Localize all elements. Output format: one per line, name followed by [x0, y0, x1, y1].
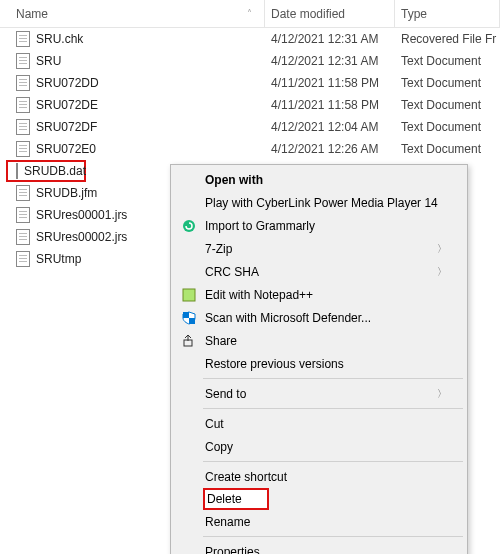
menu-separator — [203, 408, 463, 409]
menu-label: CRC SHA — [205, 265, 259, 279]
file-name: SRUtmp — [36, 252, 81, 266]
menu-separator — [203, 461, 463, 462]
menu-7zip[interactable]: 7-Zip〉 — [173, 237, 465, 260]
file-icon — [16, 31, 30, 47]
column-header-type-label: Type — [401, 7, 427, 21]
column-header-name-label: Name — [16, 7, 48, 21]
menu-notepadpp[interactable]: Edit with Notepad++ — [173, 283, 465, 306]
menu-label: Create shortcut — [205, 470, 287, 484]
svg-rect-2 — [183, 312, 189, 318]
file-row[interactable]: SRU.chk 4/12/2021 12:31 AM Recovered Fil… — [0, 28, 500, 50]
file-row[interactable]: SRU 4/12/2021 12:31 AM Text Document — [0, 50, 500, 72]
file-name: SRU072DD — [36, 76, 99, 90]
file-icon — [16, 163, 18, 179]
menu-label: Restore previous versions — [205, 357, 344, 371]
file-icon — [16, 207, 30, 223]
column-header-row: Name ˄ Date modified Type — [0, 0, 500, 28]
menu-shortcut[interactable]: Create shortcut — [173, 465, 465, 488]
menu-label: Rename — [205, 515, 250, 529]
share-icon — [181, 333, 197, 349]
file-name: SRUDB.dat — [24, 164, 86, 178]
menu-sendto[interactable]: Send to〉 — [173, 382, 465, 405]
chevron-right-icon: 〉 — [437, 387, 447, 401]
context-menu: Open with Play with CyberLink Power Medi… — [170, 164, 468, 554]
file-date: 4/12/2021 12:31 AM — [265, 32, 395, 46]
menu-delete[interactable]: Delete — [203, 488, 269, 510]
column-header-type[interactable]: Type — [395, 0, 500, 27]
chevron-right-icon: 〉 — [437, 242, 447, 256]
file-type: Text Document — [395, 76, 500, 90]
menu-share[interactable]: Share — [173, 329, 465, 352]
menu-open-with[interactable]: Open with — [173, 168, 465, 191]
file-name: SRUres00002.jrs — [36, 230, 127, 244]
file-date: 4/12/2021 12:31 AM — [265, 54, 395, 68]
column-header-date-label: Date modified — [271, 7, 345, 21]
menu-cyberlink[interactable]: Play with CyberLink Power Media Player 1… — [173, 191, 465, 214]
file-name: SRU — [36, 54, 61, 68]
file-type: Text Document — [395, 54, 500, 68]
svg-rect-3 — [189, 318, 195, 324]
menu-label: Cut — [205, 417, 224, 431]
file-icon — [16, 251, 30, 267]
file-name: SRU072E0 — [36, 142, 96, 156]
file-name: SRUDB.jfm — [36, 186, 97, 200]
menu-label: Edit with Notepad++ — [205, 288, 313, 302]
file-type: Text Document — [395, 120, 500, 134]
file-icon — [16, 75, 30, 91]
menu-copy[interactable]: Copy — [173, 435, 465, 458]
menu-defender[interactable]: Scan with Microsoft Defender... — [173, 306, 465, 329]
svg-point-0 — [183, 220, 195, 232]
menu-label: Copy — [205, 440, 233, 454]
menu-crcsha[interactable]: CRC SHA〉 — [173, 260, 465, 283]
menu-separator — [203, 378, 463, 379]
menu-separator — [203, 536, 463, 537]
file-name: SRU072DF — [36, 120, 97, 134]
file-icon — [16, 53, 30, 69]
file-type: Text Document — [395, 142, 500, 156]
file-icon — [16, 141, 30, 157]
menu-label: Open with — [205, 173, 263, 187]
menu-label: Scan with Microsoft Defender... — [205, 311, 371, 325]
file-name: SRU.chk — [36, 32, 83, 46]
menu-label: Delete — [207, 492, 242, 506]
menu-label: Share — [205, 334, 237, 348]
file-date: 4/12/2021 12:04 AM — [265, 120, 395, 134]
file-icon — [16, 119, 30, 135]
menu-label: Play with CyberLink Power Media Player 1… — [205, 196, 438, 210]
file-icon — [16, 97, 30, 113]
column-header-date[interactable]: Date modified — [265, 0, 395, 27]
menu-restore[interactable]: Restore previous versions — [173, 352, 465, 375]
notepadpp-icon — [181, 287, 197, 303]
sort-caret-icon: ˄ — [247, 8, 252, 19]
file-icon — [16, 185, 30, 201]
svg-rect-1 — [183, 289, 195, 301]
file-row[interactable]: SRU072DF 4/12/2021 12:04 AM Text Documen… — [0, 116, 500, 138]
menu-properties[interactable]: Properties — [173, 540, 465, 554]
file-date: 4/12/2021 12:26 AM — [265, 142, 395, 156]
file-date: 4/11/2021 11:58 PM — [265, 98, 395, 112]
menu-cut[interactable]: Cut — [173, 412, 465, 435]
menu-label: 7-Zip — [205, 242, 232, 256]
menu-grammarly[interactable]: Import to Grammarly — [173, 214, 465, 237]
menu-rename[interactable]: Rename — [173, 510, 465, 533]
file-type: Text Document — [395, 98, 500, 112]
chevron-right-icon: 〉 — [437, 265, 447, 279]
grammarly-icon — [181, 218, 197, 234]
file-icon — [16, 229, 30, 245]
file-name: SRUres00001.jrs — [36, 208, 127, 222]
file-row[interactable]: SRU072E0 4/12/2021 12:26 AM Text Documen… — [0, 138, 500, 160]
defender-icon — [181, 310, 197, 326]
file-name: SRU072DE — [36, 98, 98, 112]
file-row[interactable]: SRU072DE 4/11/2021 11:58 PM Text Documen… — [0, 94, 500, 116]
menu-label: Send to — [205, 387, 246, 401]
menu-label: Properties — [205, 545, 260, 555]
column-header-name[interactable]: Name ˄ — [0, 0, 265, 27]
menu-label: Import to Grammarly — [205, 219, 315, 233]
file-type: Recovered File Fr — [395, 32, 500, 46]
file-row[interactable]: SRU072DD 4/11/2021 11:58 PM Text Documen… — [0, 72, 500, 94]
file-date: 4/11/2021 11:58 PM — [265, 76, 395, 90]
